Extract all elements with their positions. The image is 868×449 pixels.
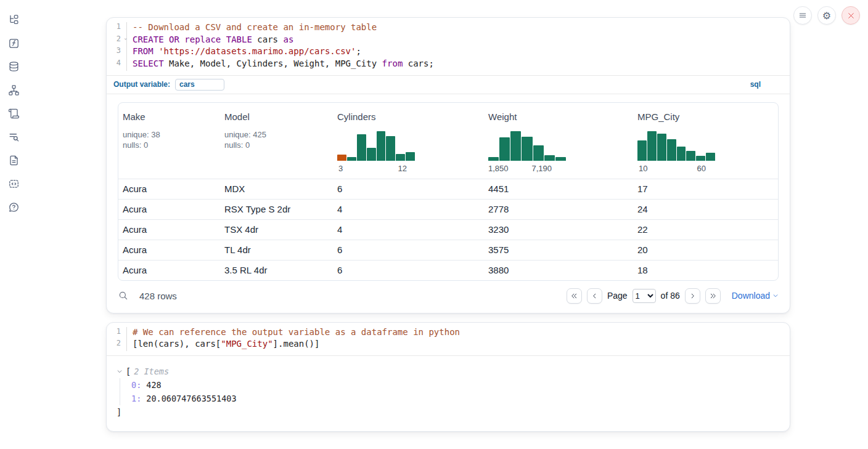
- histogram-bar: [522, 137, 532, 161]
- code-line: # We can reference the output variable a…: [133, 327, 790, 339]
- line-number: 2: [117, 34, 121, 43]
- chevrons-left-icon: [570, 292, 578, 300]
- python-code-editor[interactable]: 1 2 # We can reference the output variab…: [107, 323, 790, 355]
- data-table: Make unique: 38 nulls: 0 Model unique: 4…: [118, 102, 779, 281]
- column-header-model[interactable]: Model unique: 425 nulls: 0: [220, 111, 333, 179]
- code-line: CREATE OR replace TABLE cars as: [133, 34, 790, 47]
- histogram-bar: [337, 155, 346, 161]
- histogram-bar: [357, 134, 366, 161]
- code-line: SELECT Make, Model, Cylinders, Weight, M…: [133, 59, 790, 71]
- histogram-bar: [706, 153, 715, 161]
- table-row[interactable]: AcuraTL 4dr6357520: [118, 240, 778, 260]
- last-page-button[interactable]: [705, 288, 721, 304]
- nulls-stat: nulls: 0: [123, 140, 220, 150]
- table-row[interactable]: AcuraMDX6445117: [118, 179, 778, 199]
- histogram-bar: [677, 147, 686, 161]
- collapse-toggle[interactable]: [117, 368, 123, 374]
- window-controls: ⚙: [793, 6, 860, 25]
- notebook-main: 1 2⌄ 3 4 -- Download a CSV and create an…: [106, 0, 790, 432]
- line-number-gutter: 1 2⌄ 3 4: [107, 22, 127, 71]
- datasources-icon[interactable]: [7, 60, 20, 73]
- shutdown-button[interactable]: [841, 6, 860, 25]
- documentation-icon[interactable]: [7, 153, 20, 167]
- download-button[interactable]: Download: [732, 291, 779, 301]
- table-row[interactable]: Acura3.5 RL 4dr6388018: [118, 260, 778, 280]
- histogram-bar: [555, 157, 566, 161]
- chevron-down-icon: [117, 368, 123, 374]
- language-badge: sql: [750, 80, 761, 89]
- column-header-mpg-city[interactable]: MPG_City 10 60: [633, 111, 778, 179]
- histogram-bar: [696, 156, 705, 161]
- logs-icon[interactable]: [7, 107, 20, 120]
- output-variable-row: Output variable: sql: [107, 76, 790, 94]
- axis-min: 10: [639, 164, 647, 173]
- variables-icon[interactable]: [7, 36, 20, 50]
- open-bracket: [: [126, 366, 131, 376]
- histogram-bar: [686, 151, 695, 161]
- output-variable-input[interactable]: [175, 79, 224, 91]
- divider: [107, 94, 790, 94]
- sql-cell: 1 2⌄ 3 4 -- Download a CSV and create an…: [106, 17, 790, 313]
- histogram-bar: [637, 140, 647, 161]
- mpg-city-histogram: 10 60: [637, 130, 715, 179]
- chevron-right-icon: [689, 292, 697, 300]
- page-select[interactable]: 1: [633, 289, 656, 303]
- line-number: 4: [117, 59, 121, 67]
- histogram-bar: [488, 157, 499, 161]
- list-item: 1: 20.060747663551403: [131, 392, 780, 405]
- unique-stat: unique: 38: [123, 129, 220, 140]
- unique-stat: unique: 425: [224, 129, 333, 140]
- gear-icon: ⚙: [822, 10, 831, 22]
- histogram-bar: [533, 145, 544, 161]
- item-value: 20.060747663551403: [146, 394, 236, 403]
- pagination: Page 1 of 86 Download: [567, 288, 779, 304]
- close-bracket: ]: [117, 405, 780, 419]
- search-button[interactable]: [118, 290, 129, 301]
- histogram-bar: [386, 136, 395, 161]
- column-header-cylinders[interactable]: Cylinders 3 12: [333, 111, 484, 179]
- table-row[interactable]: AcuraTSX 4dr4323022: [118, 219, 778, 240]
- histogram-bar: [667, 139, 676, 161]
- item-index: 0:: [131, 380, 141, 390]
- histogram-bar: [396, 154, 405, 161]
- python-cell: 1 2 # We can reference the output variab…: [106, 322, 790, 432]
- left-sidebar: [0, 0, 27, 449]
- column-header-weight[interactable]: Weight 1,850 7,190: [484, 111, 633, 179]
- line-number: 1: [117, 22, 121, 31]
- axis-max: 7,190: [531, 164, 552, 173]
- axis-min: 1,850: [488, 164, 509, 173]
- file-explorer-icon[interactable]: [7, 13, 20, 26]
- page-label: Page: [607, 291, 628, 301]
- cylinders-histogram: 3 12: [337, 130, 415, 179]
- histogram-bar: [647, 131, 657, 161]
- chevron-left-icon: [591, 292, 599, 300]
- column-header-make[interactable]: Make unique: 38 nulls: 0: [118, 111, 220, 179]
- histogram-bar: [367, 148, 376, 161]
- list-output: [ 2 Items 0: 428 1: 20.060747663551403 ]: [107, 356, 790, 431]
- item-index: 1:: [131, 394, 141, 403]
- help-icon[interactable]: [7, 200, 20, 214]
- axis-min: 3: [338, 164, 343, 173]
- previous-page-button[interactable]: [587, 288, 602, 304]
- weight-histogram: 1,850 7,190: [488, 130, 566, 179]
- snippets-icon[interactable]: [7, 177, 20, 190]
- close-icon: [847, 12, 855, 20]
- scratchpad-icon[interactable]: [7, 130, 20, 144]
- table-row[interactable]: AcuraRSX Type S 2dr4277824: [118, 199, 778, 219]
- histogram-bar: [510, 131, 521, 161]
- items-count-label: 2 Items: [134, 366, 169, 376]
- histogram-bar: [406, 152, 415, 161]
- next-page-button[interactable]: [685, 288, 700, 304]
- histogram-bar: [499, 137, 510, 161]
- chevron-down-icon: [772, 293, 779, 299]
- settings-button[interactable]: ⚙: [817, 6, 836, 25]
- dependency-graph-icon[interactable]: [7, 83, 20, 97]
- menu-button[interactable]: [793, 6, 812, 25]
- search-icon: [118, 290, 129, 301]
- table-header: Make unique: 38 nulls: 0 Model unique: 4…: [118, 103, 778, 179]
- sql-code-editor[interactable]: 1 2⌄ 3 4 -- Download a CSV and create an…: [107, 18, 790, 75]
- line-number-gutter: 1 2: [107, 327, 127, 351]
- first-page-button[interactable]: [567, 288, 582, 304]
- code-line: FROM 'https://datasets.marimo.app/cars.c…: [133, 46, 790, 59]
- fold-arrow-icon[interactable]: ⌄: [124, 35, 127, 41]
